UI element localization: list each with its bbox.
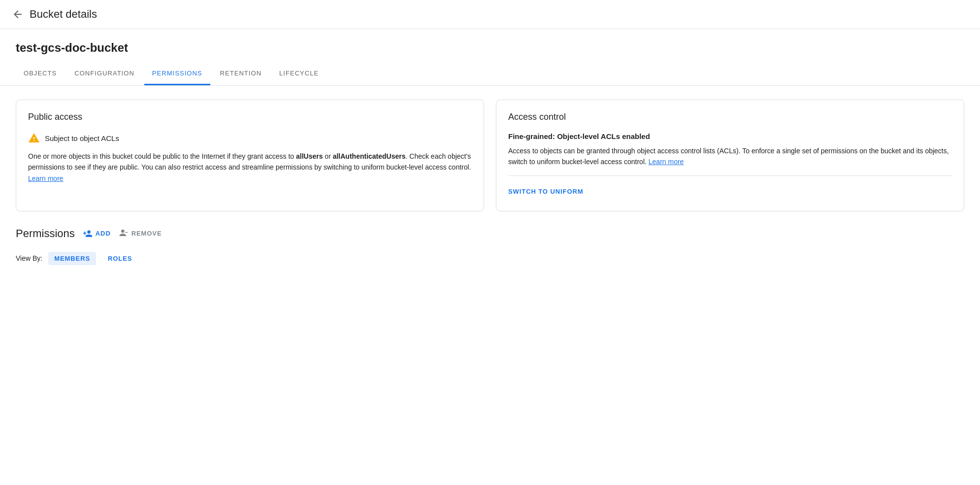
- cards-row: Public access Subject to object ACLs One…: [16, 100, 964, 211]
- back-button[interactable]: [12, 8, 24, 20]
- view-by-members-button[interactable]: MEMBERS: [48, 252, 96, 265]
- page-title: Bucket details: [30, 8, 97, 21]
- access-control-body-text: Access to objects can be granted through…: [508, 147, 949, 166]
- add-permissions-button[interactable]: ADD: [83, 229, 111, 239]
- permissions-section-header: Permissions ADD REMOVE: [16, 227, 964, 240]
- tab-objects[interactable]: OBJECTS: [16, 63, 65, 85]
- tab-retention[interactable]: RETENTION: [212, 63, 269, 85]
- page-header: Bucket details: [0, 0, 980, 29]
- tab-configuration[interactable]: CONFIGURATION: [66, 63, 142, 85]
- access-control-learn-more[interactable]: Learn more: [649, 158, 684, 166]
- tab-permissions[interactable]: PERMISSIONS: [144, 63, 210, 85]
- public-access-body: One or more objects in this bucket could…: [28, 151, 472, 184]
- public-access-title: Public access: [28, 112, 472, 122]
- public-access-text-2: or: [323, 152, 332, 160]
- add-label: ADD: [96, 230, 111, 237]
- main-content: Public access Subject to object ACLs One…: [0, 86, 980, 279]
- warning-icon: [28, 132, 40, 144]
- card-divider: [508, 175, 952, 176]
- bucket-name: test-gcs-doc-bucket: [0, 29, 980, 55]
- acl-title: Fine-grained: Object-level ACLs enabled: [508, 132, 952, 140]
- view-by-roles-button[interactable]: ROLES: [102, 252, 138, 265]
- all-users-text: allUsers: [296, 152, 323, 160]
- warning-title: Subject to object ACLs: [45, 134, 119, 142]
- access-control-body: Access to objects can be granted through…: [508, 145, 952, 168]
- tab-lifecycle[interactable]: LIFECYCLE: [271, 63, 327, 85]
- person-add-icon: [83, 229, 93, 239]
- public-access-text-1: One or more objects in this bucket could…: [28, 152, 296, 160]
- person-remove-icon: [119, 229, 129, 239]
- switch-to-uniform-button[interactable]: SWITCH TO UNIFORM: [508, 184, 583, 199]
- permissions-heading: Permissions: [16, 227, 75, 240]
- view-by-label: View By:: [16, 254, 42, 262]
- view-by-row: View By: MEMBERS ROLES: [16, 252, 964, 265]
- access-control-title-heading: Access control: [508, 112, 952, 122]
- warning-row: Subject to object ACLs: [28, 132, 472, 144]
- access-control-card: Access control Fine-grained: Object-leve…: [496, 100, 964, 211]
- public-access-card: Public access Subject to object ACLs One…: [16, 100, 484, 211]
- tabs-bar: OBJECTS CONFIGURATION PERMISSIONS RETENT…: [0, 63, 980, 86]
- remove-label: REMOVE: [131, 230, 162, 237]
- public-access-learn-more[interactable]: Learn more: [28, 174, 64, 182]
- remove-permissions-button[interactable]: REMOVE: [119, 229, 162, 239]
- all-authenticated-users-text: allAuthenticatedUsers: [333, 152, 406, 160]
